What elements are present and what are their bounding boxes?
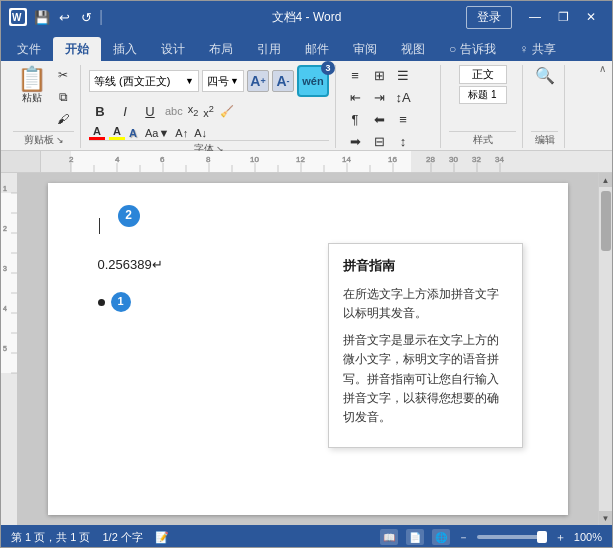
align-right-button[interactable]: ➡ [344,131,366,151]
show-marks-button[interactable]: ¶ [344,109,366,129]
tab-view[interactable]: 视图 [389,37,437,61]
highlight-color-button[interactable]: A [109,125,125,140]
align-center-button[interactable]: ≡ [392,109,414,129]
svg-text:28: 28 [426,155,435,164]
login-button[interactable]: 登录 [466,6,512,29]
format-painter-button[interactable]: 🖌 [52,109,74,129]
tab-layout[interactable]: 布局 [197,37,245,61]
svg-text:10: 10 [250,155,259,164]
font-color-button[interactable]: A [89,125,105,140]
font-row3: A A A Aa▼ A↑ A↓ [89,125,329,140]
zoom-slider[interactable] [477,535,547,539]
numbering-button[interactable]: ⊞ [368,65,390,85]
font-decrease-button[interactable]: A- [272,70,294,92]
svg-text:3: 3 [3,265,7,272]
scroll-up-button[interactable]: ▲ [599,173,613,187]
status-bar-right: 📖 📄 🌐 － ＋ 100% [380,529,602,545]
font-increase-button[interactable]: A+ [247,70,269,92]
change-case-button[interactable]: Aa▼ [143,127,171,139]
paste-label: 粘贴 [22,91,42,105]
undo-button[interactable]: ↩ [55,8,73,26]
text-effect-button[interactable]: A [129,127,137,139]
editing-group-label: 编辑 [531,131,558,148]
zoom-thumb [537,531,547,543]
tab-design[interactable]: 设计 [149,37,197,61]
align-left-button[interactable]: ⬅ [368,109,390,129]
font-size-dropdown-icon: ▼ [230,76,239,86]
web-view-button[interactable]: 🌐 [432,529,450,545]
svg-text:6: 6 [160,155,165,164]
zoom-minus-button[interactable]: － [458,530,469,545]
right-scrollbar[interactable]: ▲ ▼ [598,173,612,525]
svg-text:14: 14 [342,155,351,164]
svg-text:16: 16 [388,155,397,164]
justify-button[interactable]: ⊟ [368,131,390,151]
read-view-button[interactable]: 📖 [380,529,398,545]
title-text: 文档4 - Word [272,9,342,26]
window-restore-button[interactable]: ❐ [550,7,576,27]
subscript-label: x2 [188,103,199,118]
italic-button[interactable]: I [114,101,136,121]
ruler-left-margin [1,151,41,172]
svg-text:1: 1 [3,185,7,192]
scroll-down-button[interactable]: ▼ [599,511,613,525]
bullet-dot [98,299,105,306]
scroll-thumb[interactable] [601,191,611,251]
ribbon-collapse-button[interactable]: ∧ [599,63,606,74]
search-icon[interactable]: 🔍 [534,65,556,85]
underline-button[interactable]: U [139,101,161,121]
content-area: 2 0.256389↵ 1 拼音指南 在所选 [17,173,598,525]
clear-format-label: 🧹 [220,105,234,118]
word-icon: W [9,8,27,26]
tab-home[interactable]: 开始 [53,37,101,61]
tab-share[interactable]: ♀ 共享 [508,37,568,61]
font-shrink-button[interactable]: A↓ [192,127,209,139]
increase-indent-button[interactable]: ⇥ [368,87,390,107]
wen-badge: 3 [321,61,335,75]
ruler-body: 2 4 6 8 10 12 14 16 28 30 32 34 [41,151,612,172]
font-name-selector[interactable]: 等线 (西文正文) ▼ [89,70,199,92]
copy-button[interactable]: ⧉ [52,87,74,107]
style-normal[interactable]: 正文 [459,65,507,84]
multilevel-list-button[interactable]: ☰ [392,65,414,85]
save-button[interactable]: 💾 [33,8,51,26]
font-grow-button[interactable]: A↑ [173,127,190,139]
window-minimize-button[interactable]: — [522,7,548,27]
decrease-indent-button[interactable]: ⇤ [344,87,366,107]
tab-review[interactable]: 审阅 [341,37,389,61]
ruler-row: 2 4 6 8 10 12 14 16 28 30 32 34 [1,151,612,173]
clipboard-label: 剪贴板 ↘ [13,131,74,148]
tab-mailings[interactable]: 邮件 [293,37,341,61]
cut-button[interactable]: ✂ [52,65,74,85]
tab-references[interactable]: 引用 [245,37,293,61]
style-heading1[interactable]: 标题 1 [459,86,507,104]
phonetic-guide-button[interactable]: wén 3 [297,65,329,97]
window-close-button[interactable]: ✕ [578,7,604,27]
status-bar-left: 第 1 页，共 1 页 1/2 个字 📝 [11,530,169,545]
svg-text:2: 2 [3,225,7,232]
svg-text:4: 4 [115,155,120,164]
strikethrough-label: abc [165,105,183,117]
document-page[interactable]: 2 0.256389↵ 1 拼音指南 在所选 [48,183,568,515]
clipboard-right: ✂ ⧉ 🖌 [52,65,74,129]
line-spacing-button[interactable]: ↕ [392,131,414,151]
title-bar-left: W 💾 ↩ ↺ | [9,8,103,26]
bold-button[interactable]: B [89,101,111,121]
font-size-selector[interactable]: 四号 ▼ [202,70,244,92]
font-size-text: 四号 [207,74,229,89]
quick-access-toolbar: 💾 ↩ ↺ | [33,8,103,26]
word-count: 1/2 个字 [102,530,142,545]
tab-tell-me[interactable]: ○ 告诉我 [437,37,508,61]
sort-button[interactable]: ↕A [392,87,414,107]
print-view-button[interactable]: 📄 [406,529,424,545]
svg-text:12: 12 [296,155,305,164]
styles-top: 正文 标题 1 [459,65,507,131]
svg-text:4: 4 [3,305,7,312]
paste-button[interactable]: 📋 粘贴 [13,65,51,107]
bullets-button[interactable]: ≡ [344,65,366,85]
tab-insert[interactable]: 插入 [101,37,149,61]
ruler-svg: 2 4 6 8 10 12 14 16 28 30 32 34 [41,151,612,172]
redo-button[interactable]: ↺ [77,8,95,26]
zoom-plus-button[interactable]: ＋ [555,530,566,545]
tab-file[interactable]: 文件 [5,37,53,61]
